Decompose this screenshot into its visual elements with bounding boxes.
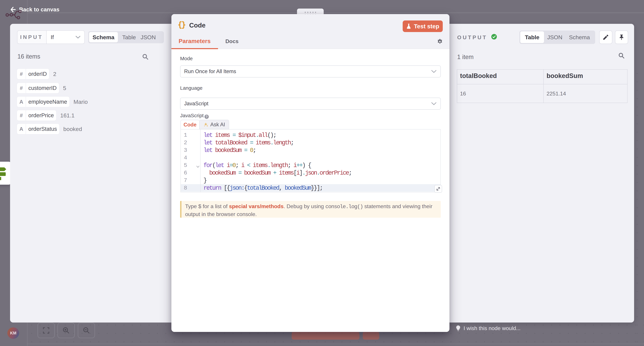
svg-text:?: ? [206, 115, 208, 118]
